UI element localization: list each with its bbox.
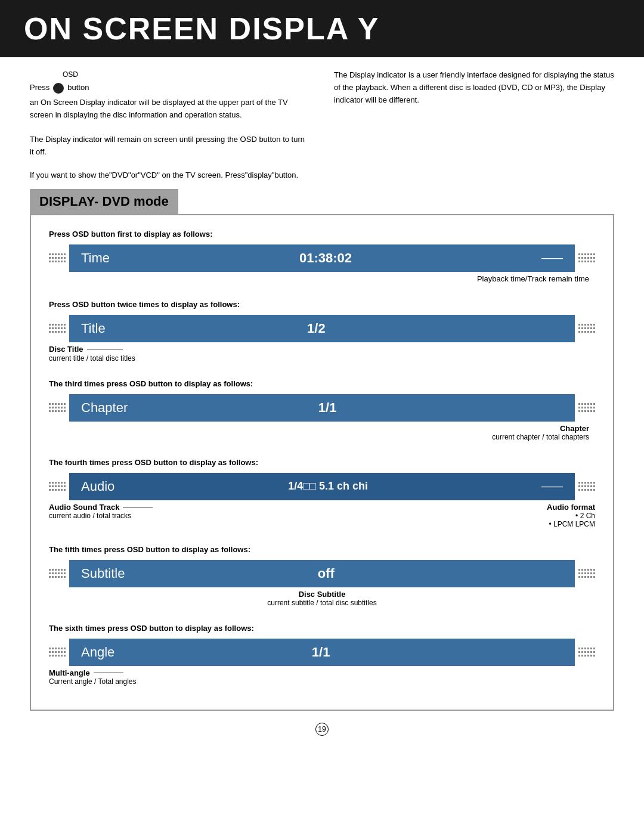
audio-sound-track-label: Audio Sound Track bbox=[49, 503, 119, 512]
intro-section: OSD Press button an On Screen Display in… bbox=[30, 69, 614, 159]
angle-main-label: Multi-angle bbox=[49, 668, 90, 677]
audio-display-content: Audio 1/4□□ 5.1 ch chi —— bbox=[81, 479, 563, 494]
time-display-content: Time 01:38:02 —— bbox=[81, 250, 563, 266]
title-tv-row: Title 1/2 bbox=[49, 315, 595, 342]
tv-right-dots-subtitle bbox=[578, 569, 595, 578]
chapter-sub-annotation: current chapter / total chapters bbox=[49, 433, 589, 441]
tv-right-dots-angle bbox=[578, 648, 595, 657]
button-text: button bbox=[67, 82, 89, 94]
disc-title-line bbox=[87, 349, 123, 349]
dvd-mode-title: DISPLAY- DVD mode bbox=[39, 194, 169, 209]
page-header: ON SCREEN DISPLA Y bbox=[0, 0, 644, 57]
time-arrow: —— bbox=[541, 252, 563, 264]
chapter-section-label: The third times press OSD button to disp… bbox=[49, 379, 595, 388]
press-text: Press bbox=[30, 82, 49, 94]
chapter-tv-row: Chapter 1/1 bbox=[49, 394, 595, 422]
tv-left-dots-subtitle bbox=[49, 569, 66, 578]
audio-tv-row: Audio 1/4□□ 5.1 ch chi —— bbox=[49, 473, 595, 500]
page-number-section: 19 bbox=[30, 723, 614, 748]
subtitle-section: The fifth times press OSD button to disp… bbox=[49, 545, 595, 607]
audio-arrow: —— bbox=[541, 480, 563, 493]
audio-right-annotation: Audio format • 2 Ch • LPCM LPCM bbox=[322, 503, 595, 528]
time-display: Time 01:38:02 —— bbox=[69, 244, 575, 272]
intro-right: The Display indicator is a user friendly… bbox=[334, 69, 614, 159]
angle-section: The sixth times press OSD button to disp… bbox=[49, 624, 595, 686]
subtitle-section-label: The fifth times press OSD button to disp… bbox=[49, 545, 595, 554]
title-label: Title bbox=[81, 321, 106, 336]
angle-sub-label: Current angle / Total angles bbox=[49, 677, 595, 686]
subtitle-sub-label: current subtitle / total disc subtitles bbox=[49, 599, 595, 607]
dvd-mode-header-label: DISPLAY- DVD mode bbox=[30, 189, 178, 214]
angle-tv-row: Angle 1/1 bbox=[49, 639, 595, 666]
osd-label: OSD bbox=[63, 69, 310, 80]
audio-display: Audio 1/4□□ 5.1 ch chi —— bbox=[69, 473, 575, 500]
title-display: Title 1/2 bbox=[69, 315, 575, 342]
angle-annotation: Multi-angle Current angle / Total angles bbox=[49, 668, 595, 686]
subtitle-display-content: Subtitle off bbox=[81, 566, 563, 581]
chapter-display-content: Chapter 1/1 bbox=[81, 400, 563, 416]
tv-left-dots-title bbox=[49, 324, 66, 333]
tv-right-dots-audio bbox=[578, 482, 595, 491]
title-annotation: Disc Title current title / total disc ti… bbox=[49, 345, 595, 363]
tv-right-dots-time bbox=[578, 253, 595, 262]
chapter-annotation: Chapter current chapter / total chapters bbox=[49, 424, 595, 441]
audio-format-sub1: • 2 Ch bbox=[322, 512, 595, 520]
tv-left-dots-time bbox=[49, 253, 66, 262]
audio-format-sub2: • LPCM LPCM bbox=[322, 520, 595, 528]
intro-right-text: The Display indicator is a user friendly… bbox=[334, 69, 614, 106]
angle-label: Angle bbox=[81, 645, 114, 660]
angle-display: Angle 1/1 bbox=[69, 639, 575, 666]
audio-line bbox=[123, 507, 153, 507]
time-label: Time bbox=[81, 250, 110, 266]
subtitle-value: off bbox=[318, 566, 335, 581]
chapter-display: Chapter 1/1 bbox=[69, 394, 575, 422]
page-number-value: 19 bbox=[318, 725, 326, 733]
tv-left-dots-audio bbox=[49, 482, 66, 491]
time-annotation: Playback time/Track remain time bbox=[49, 274, 595, 283]
tv-left-dots-chapter bbox=[49, 403, 66, 412]
tv-left-dots-angle bbox=[49, 648, 66, 657]
subtitle-annotation: Disc Subtitle current subtitle / total d… bbox=[49, 590, 595, 607]
angle-value: 1/1 bbox=[312, 645, 330, 660]
page-title: ON SCREEN DISPLA Y bbox=[24, 11, 620, 47]
subtitle-tv-row: Subtitle off bbox=[49, 560, 595, 587]
disc-title-main-label: Disc Title bbox=[49, 345, 83, 354]
title-section: Press OSD button twice times to display … bbox=[49, 300, 595, 363]
chapter-main-annotation: Chapter bbox=[49, 424, 589, 433]
angle-section-label: The sixth times press OSD button to disp… bbox=[49, 624, 595, 633]
intro-left: OSD Press button an On Screen Display in… bbox=[30, 69, 310, 159]
intro-text-1: an On Screen Display indicator will be d… bbox=[30, 97, 310, 122]
subtitle-display: Subtitle off bbox=[69, 560, 575, 587]
audio-section-label: The fourth times press OSD button to dis… bbox=[49, 458, 595, 467]
title-display-content: Title 1/2 bbox=[81, 321, 563, 336]
time-value: 01:38:02 bbox=[299, 250, 352, 266]
chapter-label: Chapter bbox=[81, 400, 128, 416]
audio-format-label: Audio format bbox=[322, 503, 595, 512]
page: ON SCREEN DISPLA Y OSD Press button an O… bbox=[0, 0, 644, 833]
audio-value: 1/4□□ 5.1 ch chi bbox=[288, 480, 368, 493]
osd-button-circle[interactable] bbox=[53, 83, 64, 94]
audio-annotation: Audio Sound Track current audio / total … bbox=[49, 503, 595, 528]
time-section-label: Press OSD button first to display as fol… bbox=[49, 230, 595, 239]
time-tv-row: Time 01:38:02 —— bbox=[49, 244, 595, 272]
subtitle-label: Subtitle bbox=[81, 566, 125, 581]
dvd-mode-box: Press OSD button first to display as fol… bbox=[30, 214, 614, 711]
main-content: OSD Press button an On Screen Display in… bbox=[0, 69, 644, 766]
title-section-label: Press OSD button twice times to display … bbox=[49, 300, 595, 309]
audio-left-sub: current audio / total tracks bbox=[49, 512, 322, 520]
chapter-section: The third times press OSD button to disp… bbox=[49, 379, 595, 441]
intro-text-2: The Display indicator will remain on scr… bbox=[30, 134, 310, 159]
chapter-value: 1/1 bbox=[318, 400, 337, 416]
if-you-want-text: If you want to show the"DVD"or"VCD" on t… bbox=[30, 171, 614, 179]
subtitle-main-label: Disc Subtitle bbox=[49, 590, 595, 599]
press-row: Press button bbox=[30, 82, 310, 94]
audio-left-annotation: Audio Sound Track current audio / total … bbox=[49, 503, 322, 528]
angle-line bbox=[94, 673, 123, 673]
tv-right-dots-title bbox=[578, 324, 595, 333]
audio-label: Audio bbox=[81, 479, 114, 494]
tv-right-dots-chapter bbox=[578, 403, 595, 412]
disc-title-sub-label: current title / total disc titles bbox=[49, 354, 595, 363]
title-value: 1/2 bbox=[307, 321, 326, 336]
audio-section: The fourth times press OSD button to dis… bbox=[49, 458, 595, 528]
time-section: Press OSD button first to display as fol… bbox=[49, 230, 595, 283]
